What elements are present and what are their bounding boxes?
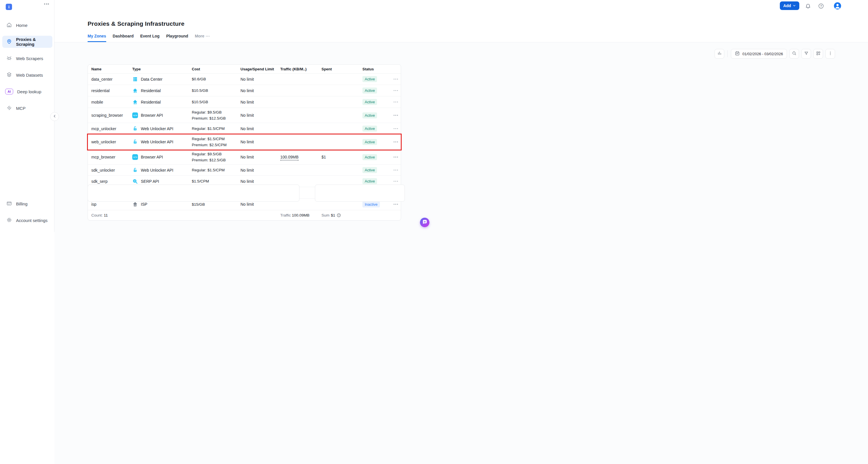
zone-name: mcp_unlocker xyxy=(91,127,132,131)
home-icon xyxy=(6,22,12,29)
zone-status: Active xyxy=(363,154,390,160)
zone-type-label: Residential xyxy=(141,89,161,93)
traffic-value[interactable]: 100.09MB xyxy=(280,155,299,161)
zone-usage-limit: No limit xyxy=(241,89,280,93)
table-row[interactable]: residentialResidential$10.5/GBNo limitAc… xyxy=(88,85,401,96)
zone-status: Active xyxy=(363,139,390,145)
table-row[interactable]: scraping_browser</>Browser APIRegular: $… xyxy=(88,108,401,123)
chat-widget-button[interactable] xyxy=(420,218,429,227)
zone-cost: Regular: $9.5/GBPremium: $12.5/GB xyxy=(192,108,241,123)
zone-type: </>Browser API xyxy=(132,112,192,118)
zone-name: web_unlocker xyxy=(91,140,132,144)
zone-status: Active xyxy=(363,178,390,184)
status-badge: Active xyxy=(363,139,377,145)
zone-cost: Regular: $1.5/CPMPremium: $2.5/CPM xyxy=(192,134,241,149)
zone-type-label: Data Center xyxy=(141,77,162,81)
brand-logo[interactable]: i xyxy=(6,4,12,10)
zone-type: Residential xyxy=(132,88,192,94)
bottom-right-card xyxy=(315,185,405,202)
serp-icon xyxy=(132,178,138,184)
zone-usage-limit: No limit xyxy=(241,202,280,206)
row-actions-button[interactable] xyxy=(393,140,399,143)
row-actions-button[interactable] xyxy=(393,77,399,81)
table-row[interactable]: mcp_browser</>Browser APIRegular: $9.5/G… xyxy=(88,150,401,165)
sidebar-item-billing[interactable]: Billing xyxy=(0,198,54,210)
main-content: Proxies & Scraping Infrastructure Add ? … xyxy=(54,0,434,232)
sidebar-item-label: Web Datasets xyxy=(16,73,43,77)
zone-cost: $10.5/GB xyxy=(192,86,241,95)
zone-name: sdk_serp xyxy=(91,179,132,184)
row-actions-button[interactable] xyxy=(393,89,399,92)
sidebar: i Home Proxies & Scraping Web Scrapers W… xyxy=(0,0,54,232)
sidebar-item-label: MCP xyxy=(16,106,26,111)
sidebar-item-deep-lookup[interactable]: AI Deep lookup xyxy=(0,86,54,98)
chevron-left-icon xyxy=(53,114,57,119)
sidebar-item-web-datasets[interactable]: Web Datasets xyxy=(0,69,54,81)
zone-usage-limit: No limit xyxy=(241,179,280,184)
unlock-icon xyxy=(132,126,138,132)
tab-my-zones[interactable]: My Zones xyxy=(88,34,106,42)
zone-traffic: 100.09MB xyxy=(280,155,321,159)
zone-status: Active xyxy=(363,167,390,173)
code-icon: </> xyxy=(132,112,138,118)
column-header-cost: Cost xyxy=(192,67,241,71)
sidebar-item-account-settings[interactable]: Account settings xyxy=(0,214,54,226)
zone-name: data_center xyxy=(91,77,132,81)
zone-type-label: Web Unlocker API xyxy=(141,168,173,172)
help-circle-icon[interactable]: ? xyxy=(337,213,341,218)
zone-status: Active xyxy=(363,112,390,119)
zone-usage-limit: No limit xyxy=(241,140,280,144)
row-actions-button[interactable] xyxy=(393,180,399,183)
status-badge: Inactive xyxy=(363,201,380,207)
table-row[interactable]: mcp_unlockerWeb Unlocker APIRegular: $1.… xyxy=(88,123,401,134)
row-actions-button[interactable] xyxy=(393,127,399,130)
table-row[interactable]: data_center Data Center$0.6/GBNo limitAc… xyxy=(88,73,401,85)
zone-type-label: Residential xyxy=(141,100,161,104)
table-row[interactable]: sdk_unlockerWeb Unlocker APIRegular: $1.… xyxy=(88,165,401,176)
house-icon xyxy=(132,99,138,105)
sidebar-bottom-nav: Billing Account settings xyxy=(0,198,54,231)
zone-type: Residential xyxy=(132,99,192,105)
row-actions-button[interactable] xyxy=(393,100,399,104)
tab-event-log[interactable]: Event Log xyxy=(140,34,160,42)
sidebar-item-home[interactable]: Home xyxy=(0,19,54,31)
sidebar-collapse-button[interactable] xyxy=(50,112,59,121)
sidebar-item-label: Deep lookup xyxy=(17,89,41,94)
zone-type: Web Unlocker API xyxy=(132,126,192,132)
row-actions-button[interactable] xyxy=(393,113,399,117)
tab-playground[interactable]: Playground xyxy=(166,34,188,42)
zone-type-label: Browser API xyxy=(141,155,163,159)
zone-type: Web Unlocker API xyxy=(132,167,192,173)
zone-usage-limit: No limit xyxy=(241,127,280,131)
table-row[interactable]: web_unlockerWeb Unlocker APIRegular: $1.… xyxy=(88,134,401,150)
zone-name: isp xyxy=(91,202,132,206)
location-pin-icon xyxy=(6,39,12,45)
page-title: Proxies & Scraping Infrastructure xyxy=(88,20,184,27)
status-badge: Active xyxy=(363,112,377,119)
code-icon: </> xyxy=(132,154,138,160)
sidebar-item-web-scrapers[interactable]: Web Scrapers xyxy=(0,52,54,64)
column-header-type: Type xyxy=(132,67,192,71)
zone-usage-limit: No limit xyxy=(241,155,280,159)
zone-name: scraping_browser xyxy=(91,113,132,118)
tab-dashboard[interactable]: Dashboard xyxy=(113,34,134,42)
page-header: Proxies & Scraping Infrastructure Add ? … xyxy=(54,0,434,42)
sidebar-item-mcp[interactable]: MCP xyxy=(0,102,54,114)
zone-usage-limit: No limit xyxy=(241,168,280,172)
row-actions-button[interactable] xyxy=(393,168,399,172)
zone-cost: Regular: $1.5/CPM xyxy=(192,166,241,174)
row-actions-button[interactable] xyxy=(393,202,399,206)
sidebar-item-proxies-scraping[interactable]: Proxies & Scraping xyxy=(2,36,52,48)
zone-type-label: Browser API xyxy=(141,113,163,118)
table-row[interactable]: mobileResidential$10.5/GBNo limitActive xyxy=(88,96,401,108)
zone-usage-limit: No limit xyxy=(241,100,280,104)
zone-status: Inactive xyxy=(363,201,390,207)
tab-more[interactable]: More xyxy=(195,34,209,42)
zone-cost: $10.5/GB xyxy=(192,98,241,106)
row-actions-button[interactable] xyxy=(393,155,399,159)
zone-type: Web Unlocker API xyxy=(132,139,192,145)
sidebar-item-label: Account settings xyxy=(16,218,48,223)
column-header-status: Status xyxy=(363,67,390,71)
zone-type-label: Web Unlocker API xyxy=(141,140,173,144)
sidebar-menu-icon[interactable] xyxy=(44,3,49,5)
